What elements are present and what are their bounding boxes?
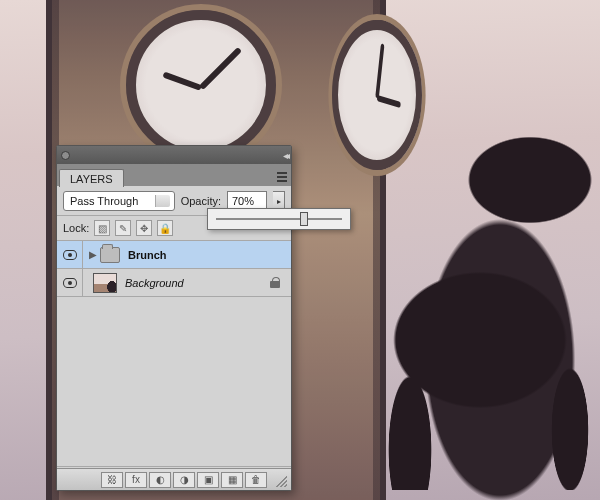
panel-tabs: LAYERS — [57, 164, 291, 186]
layer-name[interactable]: Brunch — [128, 249, 291, 261]
blend-mode-select[interactable]: Pass Through ▴▾ — [63, 191, 175, 211]
tab-layers[interactable]: LAYERS — [59, 169, 124, 187]
lock-label: Lock: — [63, 222, 89, 234]
lock-transparency-icon[interactable]: ▧ — [94, 220, 110, 236]
lock-position-icon[interactable]: ✥ — [136, 220, 152, 236]
opacity-value: 70% — [232, 195, 254, 207]
horse-statue-shape — [360, 90, 600, 490]
panel-titlebar[interactable]: ◂◂ — [57, 146, 291, 164]
clock-face — [126, 10, 276, 160]
layers-empty-area[interactable] — [57, 297, 291, 467]
adjustment-icon[interactable]: ◑ — [173, 472, 195, 488]
new-layer-icon[interactable]: ▦ — [221, 472, 243, 488]
panel-menu-icon[interactable] — [273, 168, 291, 186]
opacity-label: Opacity: — [181, 195, 221, 207]
layers-panel: ◂◂ LAYERS Pass Through ▴▾ Opacity: 70% ▸… — [56, 145, 292, 491]
group-disclosure-icon[interactable]: ▶ — [83, 249, 100, 260]
fx-icon[interactable]: fx — [125, 472, 147, 488]
eye-icon — [63, 250, 77, 260]
panel-footer: ⛓ fx ◐ ◑ ▣ ▦ 🗑 — [57, 468, 291, 490]
blend-mode-value: Pass Through — [70, 195, 138, 207]
layer-row-background[interactable]: Background — [57, 269, 291, 297]
lock-all-icon[interactable]: 🔒 — [157, 220, 173, 236]
folder-icon — [100, 247, 120, 263]
panel-collapse-arrows-icon[interactable]: ◂◂ — [283, 150, 287, 161]
layer-name[interactable]: Background — [125, 277, 269, 289]
opacity-slider-track[interactable] — [216, 218, 342, 220]
opacity-slider-thumb[interactable] — [300, 212, 308, 226]
trash-icon[interactable]: 🗑 — [245, 472, 267, 488]
resize-grip-icon[interactable] — [273, 473, 287, 487]
mask-icon[interactable]: ◐ — [149, 472, 171, 488]
select-chevrons-icon: ▴▾ — [163, 195, 167, 207]
visibility-toggle[interactable] — [57, 269, 83, 296]
link-layers-icon[interactable]: ⛓ — [101, 472, 123, 488]
opacity-slider-popout[interactable] — [207, 208, 351, 230]
lock-pixels-icon[interactable]: ✎ — [115, 220, 131, 236]
collapse-dot-icon[interactable] — [61, 151, 70, 160]
layer-row-group[interactable]: ▶ Brunch — [57, 241, 291, 269]
lock-icon — [269, 277, 281, 289]
eye-icon — [63, 278, 77, 288]
layer-list: ▶ Brunch Background — [57, 241, 291, 467]
new-group-icon[interactable]: ▣ — [197, 472, 219, 488]
layer-thumbnail[interactable] — [93, 273, 117, 293]
visibility-toggle[interactable] — [57, 241, 83, 268]
